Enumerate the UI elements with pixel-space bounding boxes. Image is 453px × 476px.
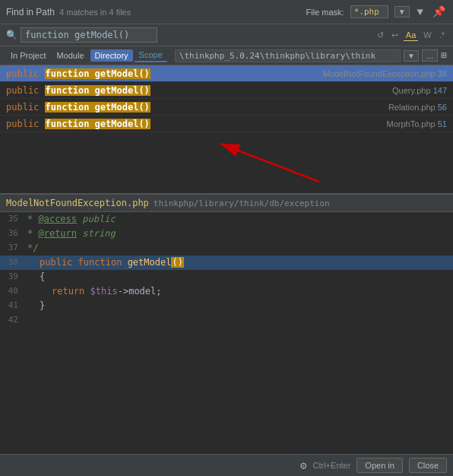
regex-btn[interactable]: .* — [437, 30, 447, 41]
code-line: 40 return $this->model; — [0, 284, 453, 299]
red-arrow-annotation — [205, 136, 357, 189]
find-in-path-dialog: Find in Path 4 matches in 4 files File m… — [0, 0, 453, 476]
result-filename: ModelNotFoundException.php 38 — [323, 69, 447, 78]
line-content: * @return string — [24, 227, 453, 241]
grid-view-icon[interactable]: ⊞ — [441, 49, 447, 62]
bottom-bar: ⚙ Ctrl+Enter Open in Close — [0, 454, 453, 476]
result-prefix: public function getModel() — [6, 119, 150, 129]
top-bar-right: File mask: ▼ ▼ 📌 — [306, 4, 447, 20]
result-highlight: function getModel() — [45, 102, 150, 113]
line-number: 35 — [0, 212, 24, 227]
result-prefix: public function getModel() — [6, 102, 150, 113]
whole-word-btn[interactable]: W — [421, 30, 433, 41]
match-count: 4 matches in 4 files — [59, 8, 131, 17]
code-line: 39 { — [0, 270, 453, 284]
tab-in-project[interactable]: In Project — [6, 49, 50, 62]
search-actions: ↺ ↩ Aa W .* — [375, 30, 447, 41]
result-row[interactable]: public function getModel() Query.php 147 — [0, 82, 453, 99]
line-number: 39 — [0, 270, 24, 284]
open-in-button[interactable]: Open in — [356, 458, 403, 473]
preview-filename: ModelNotFoundException.php — [6, 198, 149, 208]
result-row[interactable]: public function getModel() Relation.php … — [0, 99, 453, 116]
preview-filepath: thinkphp/library/think/db/exception — [154, 198, 330, 208]
svg-line-1 — [220, 144, 319, 182]
line-number: 37 — [0, 241, 24, 255]
result-filename: MorphTo.php 51 — [386, 119, 447, 129]
top-bar-left: Find in Path 4 matches in 4 files — [6, 7, 131, 17]
line-number: 38 — [0, 255, 24, 270]
settings-icon[interactable]: ⚙ — [300, 459, 306, 472]
filemask-label: File mask: — [306, 8, 344, 17]
filemask-dropdown[interactable]: ▼ — [394, 6, 410, 17]
line-content: * @access public — [24, 212, 453, 227]
result-highlight: function getModel() — [45, 85, 150, 96]
code-line: 41 } — [0, 299, 453, 313]
code-line: 36 * @return string — [0, 227, 453, 241]
code-line-highlighted: 38 public function getModel() — [0, 255, 453, 270]
search-icon: 🔍 — [6, 30, 17, 41]
close-button[interactable]: Close — [409, 458, 447, 473]
search-input[interactable] — [21, 27, 157, 43]
pin-icon[interactable]: 📌 — [431, 4, 447, 20]
line-content: return $this->model; — [24, 284, 453, 299]
result-highlight: function getModel() — [45, 68, 150, 79]
code-line: 42 — [0, 313, 453, 328]
code-preview: ModelNotFoundException.php thinkphp/libr… — [0, 193, 453, 476]
path-dropdown-btn[interactable]: ▼ — [404, 50, 419, 62]
back-btn[interactable]: ↩ — [389, 30, 401, 41]
code-line: 35 * @access public — [0, 212, 453, 227]
line-content: } — [24, 299, 453, 313]
dialog-title: Find in Path — [6, 7, 55, 17]
tabs-row: In Project Module Directory Scope ▼ ... … — [0, 46, 453, 65]
line-content — [24, 313, 453, 328]
shortcut-hint: Ctrl+Enter — [313, 461, 351, 470]
refresh-btn[interactable]: ↺ — [375, 30, 386, 41]
search-bar: 🔍 ↺ ↩ Aa W .* — [0, 24, 453, 46]
line-content: */ — [24, 241, 453, 255]
line-number: 42 — [0, 313, 24, 328]
line-content: { — [24, 270, 453, 284]
result-prefix: public function getModel() — [6, 85, 150, 96]
code-line: 37 */ — [0, 241, 453, 255]
results-list: public function getModel() ModelNotFound… — [0, 65, 453, 132]
result-filename: Relation.php 56 — [388, 103, 447, 112]
tab-module[interactable]: Module — [52, 49, 88, 62]
results-section: public function getModel() ModelNotFound… — [0, 65, 453, 193]
result-filename: Query.php 147 — [392, 86, 447, 95]
result-row[interactable]: public function getModel() ModelNotFound… — [0, 65, 453, 82]
line-number: 36 — [0, 227, 24, 241]
path-input[interactable] — [175, 49, 401, 62]
tab-directory[interactable]: Directory — [90, 49, 133, 62]
result-highlight: function getModel() — [45, 119, 150, 129]
code-body: 35 * @access public 36 * @return string … — [0, 212, 453, 328]
code-header: ModelNotFoundException.php thinkphp/libr… — [0, 195, 453, 212]
line-content: public function getModel() — [24, 255, 453, 270]
line-number: 40 — [0, 284, 24, 299]
annotation-area — [0, 132, 453, 193]
line-number: 41 — [0, 299, 24, 313]
path-section: ▼ ... ⊞ — [175, 49, 447, 62]
case-sensitive-btn[interactable]: Aa — [404, 30, 418, 41]
filter-icon[interactable]: ▼ — [416, 5, 425, 20]
top-bar: Find in Path 4 matches in 4 files File m… — [0, 0, 453, 24]
filemask-input[interactable] — [350, 5, 388, 18]
tab-scope[interactable]: Scope — [135, 49, 167, 62]
result-prefix: public function getModel() — [6, 68, 150, 79]
result-row[interactable]: public function getModel() MorphTo.php 5… — [0, 116, 453, 132]
path-more-btn[interactable]: ... — [422, 49, 438, 62]
